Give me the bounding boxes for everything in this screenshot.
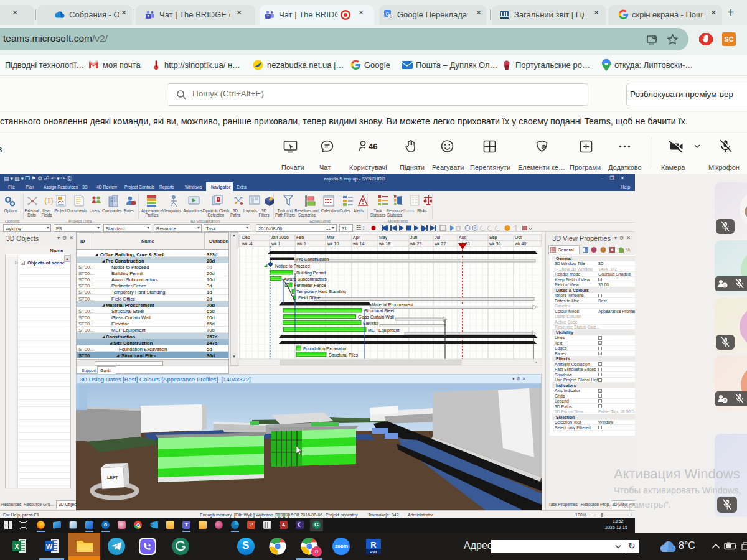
svg-text:Building Permit: Building Permit [296,271,326,276]
svg-text:{I}: {I} [44,196,54,205]
svg-text:Award Subcontractors: Award Subcontractors [284,277,327,281]
svg-text:May: May [379,235,388,240]
svg-text:›: › [535,360,537,365]
svg-text:Structural Steel: Structural Steel [364,309,394,313]
svg-text:Oct: Oct [515,235,522,240]
svg-text:Jun: Jun [410,235,417,240]
svg-text:Jul: Jul [435,235,440,240]
svg-text:Material Procurement: Material Procurement [372,302,413,307]
svg-text:wk 18: wk 18 [378,241,390,246]
svg-text:wk 23: wk 23 [410,241,421,246]
svg-text:文: 文 [389,14,393,19]
svg-text:Mar: Mar [327,235,335,240]
svg-text:!: ! [724,283,725,287]
svg-text:?: ? [724,398,726,403]
svg-text:wk 10: wk 10 [327,241,339,246]
svg-text:wk 36: wk 36 [489,241,500,246]
svg-text:wk -4: wk -4 [242,241,253,246]
svg-text:W: W [46,543,53,550]
svg-text:MEP Equipment: MEP Equipment [368,328,400,333]
svg-text:wk 14: wk 14 [352,241,364,246]
svg-text:Aug: Aug [459,235,467,240]
svg-text:Glass Curtain Wall: Glass Curtain Wall [358,315,394,319]
svg-text:Feb: Feb [296,235,304,240]
svg-text:wk 5: wk 5 [296,241,306,246]
svg-text:Sep: Sep [489,235,497,240]
svg-text:Pre Construction: Pre Construction [296,257,329,261]
svg-text:Jan 2016: Jan 2016 [271,235,289,240]
svg-text:Apr: Apr [353,235,360,240]
svg-text:Temporary Hard Standing: Temporary Hard Standing [296,289,346,294]
svg-text:Field Office: Field Office [298,296,320,300]
svg-text:R: R [370,540,377,549]
svg-text:Notice to Proceed: Notice to Proceed [275,264,310,268]
svg-text:Structural Piles: Structural Piles [329,353,359,357]
svg-text:RVT: RVT [370,550,377,554]
svg-text:wk 1: wk 1 [271,241,281,246]
svg-text:wk 40: wk 40 [514,241,526,246]
svg-text:Elevator: Elevator [363,321,379,325]
svg-text:LEFT: LEFT [107,475,118,480]
svg-text:Perimeter Fence: Perimeter Fence [294,283,326,287]
svg-text:Dec: Dec [242,235,250,240]
svg-text:X: X [14,543,19,550]
svg-text:Foundation Excavation: Foundation Excavation [303,347,347,351]
svg-text:wk 27: wk 27 [434,241,446,246]
